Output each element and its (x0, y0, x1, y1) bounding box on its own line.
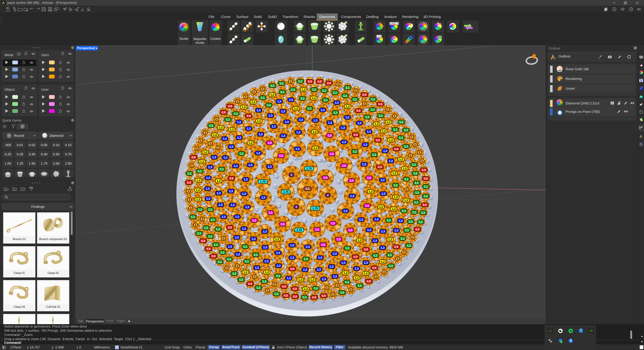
svg-text:?: ? (641, 80, 642, 82)
svg-text:?: ? (630, 8, 632, 10)
svg-text:1.3: 1.3 (395, 22, 398, 25)
svg-text:0.8: 0.8 (390, 22, 393, 25)
svg-text:1.3: 1.3 (377, 35, 381, 38)
